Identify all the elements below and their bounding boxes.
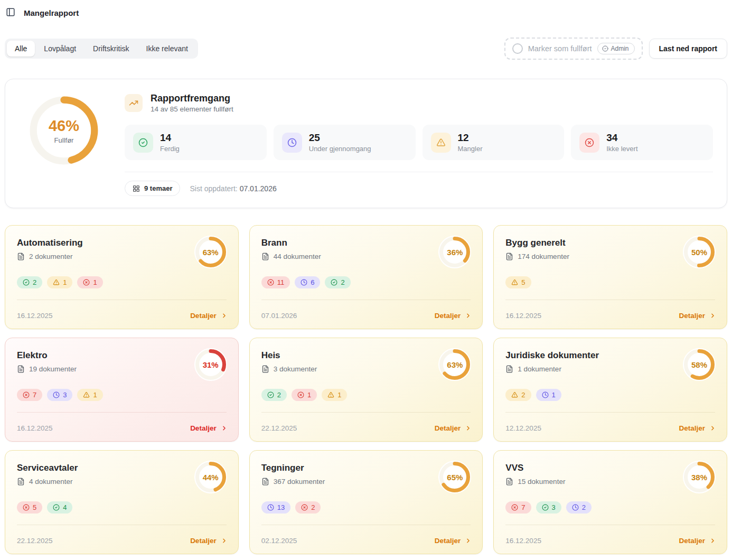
document-icon xyxy=(505,253,513,260)
status-badge-done: 4 xyxy=(47,501,72,514)
card-progress-gauge: 44% xyxy=(194,460,228,494)
status-badge-missing: 1 xyxy=(77,276,102,288)
circle-check-icon xyxy=(23,279,30,286)
overall-progress-percent: 46% xyxy=(49,117,79,135)
triangle-alert-icon xyxy=(436,138,446,147)
card-status-badges: 211 xyxy=(261,389,471,401)
clock-icon xyxy=(282,133,302,153)
theme-card[interactable]: 50% Bygg generelt 174 dokumenter 5 16.12… xyxy=(493,225,727,329)
grid-icon xyxy=(133,185,140,192)
divider xyxy=(17,300,227,300)
status-badge-missing: 11 xyxy=(261,276,290,288)
card-progress-percent: 31% xyxy=(194,348,228,381)
mark-complete-control[interactable]: Marker som fullført Admin xyxy=(504,38,643,60)
card-date: 12.12.2025 xyxy=(505,424,541,432)
card-progress-gauge: 63% xyxy=(438,348,472,381)
theme-card[interactable]: 63% Heis 3 dokumenter 211 22.12.2025 Det… xyxy=(249,338,483,442)
filter-tab-lovp-lagt[interactable]: Lovpålagt xyxy=(36,41,84,57)
status-badge-review: 2 xyxy=(566,501,592,514)
toolbar: AlleLovpålagtDriftskritiskIkke relevant … xyxy=(5,38,727,60)
divider xyxy=(261,412,471,413)
document-icon xyxy=(505,365,513,373)
overall-progress-gauge: 46% Fullfør xyxy=(26,93,101,168)
trending-up-icon xyxy=(125,94,143,112)
filter-tab-alle[interactable]: Alle xyxy=(7,41,35,57)
document-icon xyxy=(261,253,269,260)
details-link[interactable]: Detaljer xyxy=(679,537,716,545)
chevron-right-icon xyxy=(465,537,472,544)
stat-tile: 14 Ferdig xyxy=(125,125,267,160)
card-doc-count: 4 dokumenter xyxy=(29,478,73,486)
chevron-right-icon xyxy=(221,312,228,319)
card-progress-gauge: 65% xyxy=(438,460,472,494)
stat-value: 12 xyxy=(458,132,483,144)
theme-card[interactable]: 31% Elektro 19 dokumenter 731 16.12.2025… xyxy=(5,338,239,442)
details-link[interactable]: Detaljer xyxy=(679,424,716,432)
card-status-badges: 1162 xyxy=(261,276,471,288)
document-icon xyxy=(261,478,269,486)
theme-cards-grid: 63% Automatisering 2 dokumenter 211 16.1… xyxy=(5,225,727,554)
details-link[interactable]: Detaljer xyxy=(190,424,228,432)
document-icon xyxy=(17,253,25,260)
theme-card[interactable]: 58% Juridiske dokumenter 1 dokumenter 21… xyxy=(493,338,727,442)
divider xyxy=(17,412,227,413)
card-status-badges: 21 xyxy=(505,389,715,401)
card-date: 22.12.2025 xyxy=(261,424,297,432)
circle-x-icon xyxy=(83,279,90,286)
stat-value: 34 xyxy=(606,132,637,144)
chevron-right-icon xyxy=(709,425,716,432)
theme-card[interactable]: 44% Serviceavtaler 4 dokumenter 54 22.12… xyxy=(5,450,239,554)
circle-check-icon xyxy=(53,504,60,511)
overall-progress-label: Fullfør xyxy=(54,136,74,144)
stat-label: Ikke levert xyxy=(606,145,637,153)
card-doc-count: 15 dokumenter xyxy=(518,478,565,486)
stat-label: Mangler xyxy=(458,145,483,153)
card-progress-percent: 65% xyxy=(438,460,472,494)
chevron-right-icon xyxy=(221,425,228,432)
theme-card[interactable]: 65% Tegninger 367 dokumenter 132 02.12.2… xyxy=(249,450,483,554)
circle-x-icon xyxy=(579,133,599,153)
details-link[interactable]: Detaljer xyxy=(435,312,472,320)
card-doc-count: 44 dokumenter xyxy=(274,253,321,260)
download-report-button[interactable]: Last ned rapport xyxy=(649,39,727,59)
filter-tab-ikke-relevant[interactable]: Ikke relevant xyxy=(138,41,196,57)
status-badge-missing: 5 xyxy=(17,501,42,514)
themes-count-badge: 9 temaer xyxy=(125,181,180,196)
stat-label: Ferdig xyxy=(160,145,180,153)
triangle-alert-icon xyxy=(511,279,518,286)
theme-card[interactable]: 36% Brann 44 dokumenter 1162 07.01.2026 … xyxy=(249,225,483,329)
triangle-alert-icon xyxy=(83,391,90,398)
stat-tile: 34 Ikke levert xyxy=(571,125,713,160)
theme-card[interactable]: 38% VVS 15 dokumenter 732 16.12.2025 Det… xyxy=(493,450,727,554)
divider xyxy=(261,525,471,525)
details-link[interactable]: Detaljer xyxy=(190,312,228,320)
sidebar-toggle-icon[interactable] xyxy=(6,7,16,18)
details-link[interactable]: Detaljer xyxy=(435,424,472,432)
document-icon xyxy=(505,478,513,486)
chevron-right-icon xyxy=(465,312,472,319)
mark-complete-checkbox[interactable] xyxy=(512,43,523,54)
card-status-badges: 5 xyxy=(505,276,715,288)
details-link[interactable]: Detaljer xyxy=(435,537,472,545)
filter-tab-driftskritisk[interactable]: Driftskritisk xyxy=(85,41,137,57)
theme-card[interactable]: 63% Automatisering 2 dokumenter 211 16.1… xyxy=(5,225,239,329)
summary-stats: 14 Ferdig 25 Under gjennomgang 12 Mangle… xyxy=(125,125,713,160)
card-status-badges: 732 xyxy=(505,501,715,514)
circle-x-icon xyxy=(585,138,594,147)
circle-x-icon xyxy=(301,504,308,511)
card-progress-percent: 50% xyxy=(682,235,716,269)
divider xyxy=(125,172,713,172)
document-icon xyxy=(261,365,269,373)
card-progress-percent: 44% xyxy=(194,460,228,494)
details-link[interactable]: Detaljer xyxy=(190,537,228,545)
status-badge-done: 2 xyxy=(261,389,287,401)
triangle-alert-icon xyxy=(431,133,451,153)
card-date: 16.12.2025 xyxy=(17,312,53,320)
details-link[interactable]: Detaljer xyxy=(679,312,716,320)
status-badge-warning: 1 xyxy=(77,389,102,401)
chevron-right-icon xyxy=(709,537,716,544)
status-badge-review: 1 xyxy=(536,389,561,401)
divider xyxy=(505,525,715,525)
status-badge-warning: 1 xyxy=(322,389,347,401)
clock-icon xyxy=(301,279,307,286)
